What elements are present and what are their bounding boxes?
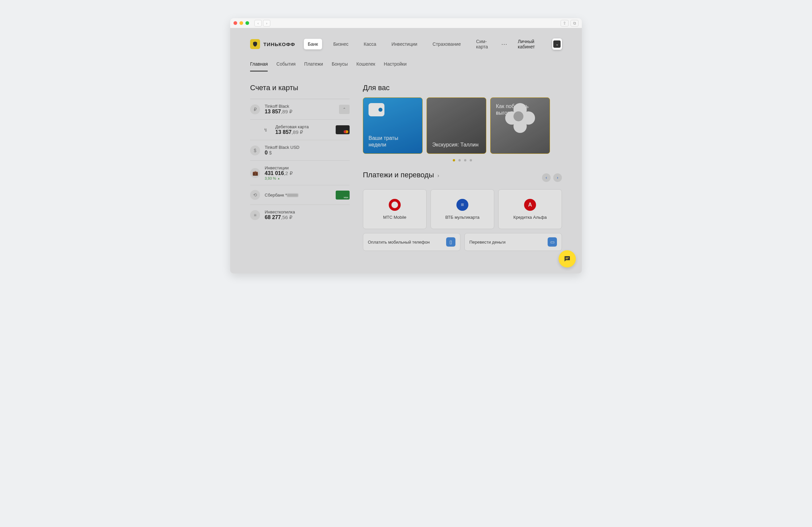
card-icon: ↯ (261, 125, 271, 135)
foryou-card[interactable]: Экскурсия: Таллин (426, 97, 486, 154)
action-tile[interactable]: Оплатить мобильный телефон ▯ (363, 233, 460, 251)
subnav-main[interactable]: Главная (250, 61, 268, 72)
titlebar: ‹ › ⇪ ⧉ (230, 18, 582, 28)
collapse-button[interactable]: ⌃ (339, 105, 350, 114)
logo[interactable]: ТИНЬКОФФ (250, 39, 295, 49)
back-button[interactable]: ‹ (255, 20, 262, 27)
card-label: Ваши траты недели (368, 135, 417, 148)
subnav-events[interactable]: События (276, 61, 295, 72)
account-row[interactable]: $ Tinkoff Black USD 0 $ (250, 140, 350, 161)
account-name: Сбербанк * (265, 193, 331, 198)
svg-rect-1 (566, 257, 569, 258)
subnav-bonuses[interactable]: Бонусы (332, 61, 348, 72)
payment-tile[interactable]: МТС Mobile (363, 189, 426, 229)
account-balance: 68 277,56 ₽ (265, 214, 350, 221)
account-balance: 13 857,89 ₽ (265, 109, 334, 115)
account-name: Инвесткопилка (265, 210, 350, 214)
card-thumbnail (336, 191, 350, 199)
foryou-card[interactable]: Ваши траты недели (363, 97, 423, 154)
account-row[interactable]: ⟲ Сбербанк * (250, 185, 350, 205)
brand-name: ТИНЬКОФФ (263, 42, 295, 47)
account-row[interactable]: 💼 Инвестиции 431 016,2 ₽ 3,93 %▲ (250, 161, 350, 185)
chevron-down-icon: ⌄ (553, 41, 561, 48)
payment-tile[interactable]: ≡ ВТБ мультикарта (431, 189, 494, 229)
account-name: Дебетовая карта (275, 124, 331, 129)
sidebar: Счета и карты ₽ Tinkoff Black 13 857,89 … (250, 84, 350, 251)
scroll-right-button[interactable]: › (553, 174, 562, 182)
account-growth: 3,93 %▲ (265, 176, 350, 180)
foryou-card[interactable]: Как победить выгорание (490, 97, 550, 154)
topnav-bank[interactable]: Банк (304, 39, 322, 49)
browser-window: ‹ › ⇪ ⧉ ТИНЬКОФФ Банк Бизнес Касса (230, 18, 582, 273)
account-balance: 13 857,89 ₽ (275, 129, 331, 135)
action-label: Оплатить мобильный телефон (368, 240, 446, 245)
account-link[interactable]: Личный кабинет (518, 39, 548, 49)
topnav-insurance[interactable]: Страхование (429, 39, 465, 49)
foryou-title: Для вас (363, 84, 562, 92)
topnav-sim[interactable]: Сим-карта (472, 36, 492, 52)
foryou-carousel: Ваши траты недели Экскурсия: Таллин (363, 97, 562, 154)
close-icon[interactable] (233, 21, 237, 25)
action-label: Перевести деньги (469, 240, 548, 245)
topnav-invest[interactable]: Инвестиции (388, 39, 421, 49)
account-name: Tinkoff Black (265, 104, 334, 109)
page: ТИНЬКОФФ Банк Бизнес Касса Инвестиции Ст… (230, 28, 582, 273)
action-tile[interactable]: Перевести деньги ▭ (464, 233, 562, 251)
payment-tiles: МТС Mobile ≡ ВТБ мультикарта A Кредитка … (363, 189, 562, 229)
topnav-kassa[interactable]: Касса (360, 39, 380, 49)
action-tiles: Оплатить мобильный телефон ▯ Перевести д… (363, 233, 562, 251)
subnav-payments[interactable]: Платежи (304, 61, 323, 72)
carousel-pager (363, 159, 562, 162)
card-thumbnail (336, 125, 350, 134)
shield-icon (250, 39, 260, 49)
pager-dot[interactable] (464, 159, 466, 162)
more-icon[interactable]: ⋯ (499, 41, 509, 48)
account-row[interactable]: ≡ Инвесткопилка 68 277,56 ₽ (250, 205, 350, 225)
card-icon: ▭ (548, 237, 557, 246)
tabs-icon[interactable]: ⧉ (570, 20, 579, 27)
ruble-icon: ₽ (250, 104, 260, 114)
sub-nav: Главная События Платежи Бонусы Кошелек Н… (250, 61, 562, 72)
dollar-icon: $ (250, 146, 260, 155)
subnav-wallet[interactable]: Кошелек (357, 61, 376, 72)
subnav-settings[interactable]: Настройки (384, 61, 407, 72)
link-icon: ⟲ (250, 190, 260, 200)
forward-button[interactable]: › (263, 20, 270, 27)
header: ТИНЬКОФФ Банк Бизнес Касса Инвестиции Ст… (250, 36, 562, 52)
flower-icon (505, 103, 535, 133)
payment-label: ВТБ мультикарта (446, 215, 480, 220)
fullscreen-icon[interactable] (245, 21, 249, 25)
wallet-icon (368, 103, 385, 116)
piggy-icon: ≡ (250, 210, 260, 220)
account-row[interactable]: ₽ Tinkoff Black 13 857,89 ₽ ⌃ (250, 99, 350, 120)
share-icon[interactable]: ⇪ (561, 20, 568, 27)
scroll-left-button[interactable]: ‹ (542, 174, 551, 182)
card-label: Экскурсия: Таллин (432, 141, 481, 148)
account-dropdown-toggle[interactable]: ⌄ (552, 39, 562, 50)
minimize-icon[interactable] (240, 21, 243, 25)
payments-title[interactable]: Платежи и переводы › (363, 171, 439, 179)
top-nav: Банк Бизнес Касса Инвестиции Страхование… (304, 36, 509, 52)
chat-fab[interactable] (559, 250, 576, 268)
account-balance: 0 $ (265, 150, 350, 156)
account-name: Инвестиции (265, 165, 350, 170)
briefcase-icon: 💼 (250, 168, 260, 178)
account-balance: 431 016,2 ₽ (265, 170, 350, 176)
payment-label: Кредитка Альфа (513, 215, 547, 220)
account-name: Tinkoff Black USD (265, 145, 350, 150)
svg-rect-2 (566, 258, 568, 259)
pager-dot[interactable] (453, 159, 455, 162)
payment-tile[interactable]: A Кредитка Альфа (498, 189, 562, 229)
account-row[interactable]: ↯ Дебетовая карта 13 857,89 ₽ (250, 120, 350, 140)
chevron-right-icon: › (436, 173, 439, 178)
pager-dot[interactable] (470, 159, 472, 162)
payment-label: МТС Mobile (383, 215, 406, 220)
accounts-title: Счета и карты (250, 84, 350, 92)
phone-icon: ▯ (446, 237, 455, 246)
pager-dot[interactable] (459, 159, 461, 162)
topnav-business[interactable]: Бизнес (329, 39, 352, 49)
window-controls (233, 21, 249, 25)
